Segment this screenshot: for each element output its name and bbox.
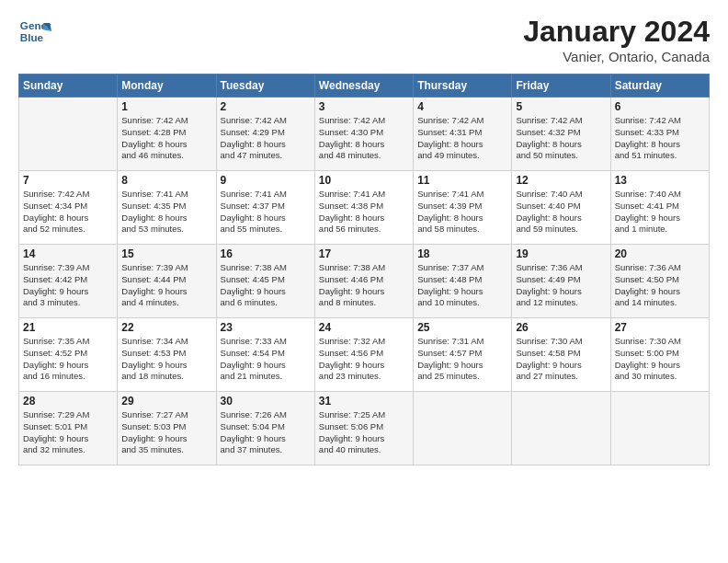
col-header-friday: Friday (512, 75, 610, 98)
day-info: Sunrise: 7:41 AM Sunset: 4:39 PM Dayligh… (417, 189, 507, 236)
calendar-cell: 23Sunrise: 7:33 AM Sunset: 4:54 PM Dayli… (216, 318, 314, 392)
day-info: Sunrise: 7:41 AM Sunset: 4:38 PM Dayligh… (319, 189, 409, 236)
calendar-cell: 12Sunrise: 7:40 AM Sunset: 4:40 PM Dayli… (512, 171, 610, 245)
day-info: Sunrise: 7:36 AM Sunset: 4:49 PM Dayligh… (516, 262, 606, 309)
day-info: Sunrise: 7:33 AM Sunset: 4:54 PM Dayligh… (221, 336, 311, 383)
day-info: Sunrise: 7:42 AM Sunset: 4:29 PM Dayligh… (221, 115, 311, 162)
col-header-sunday: Sunday (19, 75, 118, 98)
day-number: 25 (417, 321, 507, 334)
day-number: 13 (615, 174, 705, 187)
day-info: Sunrise: 7:42 AM Sunset: 4:28 PM Dayligh… (121, 115, 211, 162)
calendar-cell: 25Sunrise: 7:31 AM Sunset: 4:57 PM Dayli… (414, 318, 512, 392)
calendar-week-5: 28Sunrise: 7:29 AM Sunset: 5:01 PM Dayli… (19, 392, 710, 465)
calendar-cell (610, 392, 709, 465)
day-number: 28 (23, 395, 113, 408)
logo: General Blue (18, 15, 55, 48)
day-info: Sunrise: 7:32 AM Sunset: 4:56 PM Dayligh… (319, 336, 409, 383)
day-number: 2 (221, 100, 311, 113)
day-number: 7 (23, 174, 113, 187)
calendar-table: SundayMondayTuesdayWednesdayThursdayFrid… (18, 74, 710, 465)
day-info: Sunrise: 7:34 AM Sunset: 4:53 PM Dayligh… (121, 336, 211, 383)
calendar-cell: 7Sunrise: 7:42 AM Sunset: 4:34 PM Daylig… (19, 171, 118, 245)
day-info: Sunrise: 7:42 AM Sunset: 4:30 PM Dayligh… (319, 115, 409, 162)
day-info: Sunrise: 7:26 AM Sunset: 5:04 PM Dayligh… (221, 409, 311, 456)
calendar-cell: 24Sunrise: 7:32 AM Sunset: 4:56 PM Dayli… (314, 318, 413, 392)
day-info: Sunrise: 7:40 AM Sunset: 4:41 PM Dayligh… (615, 189, 705, 236)
day-number: 6 (615, 100, 705, 113)
day-info: Sunrise: 7:42 AM Sunset: 4:32 PM Dayligh… (516, 115, 606, 162)
day-number: 26 (516, 321, 606, 334)
day-info: Sunrise: 7:40 AM Sunset: 4:40 PM Dayligh… (516, 189, 606, 236)
calendar-cell: 5Sunrise: 7:42 AM Sunset: 4:32 PM Daylig… (512, 98, 610, 171)
day-number: 31 (319, 395, 409, 408)
calendar-week-1: 1Sunrise: 7:42 AM Sunset: 4:28 PM Daylig… (19, 98, 710, 171)
header-row: SundayMondayTuesdayWednesdayThursdayFrid… (19, 75, 710, 98)
day-info: Sunrise: 7:30 AM Sunset: 4:58 PM Dayligh… (516, 336, 606, 383)
day-info: Sunrise: 7:25 AM Sunset: 5:06 PM Dayligh… (319, 409, 409, 456)
day-number: 16 (221, 247, 311, 260)
logo-icon: General Blue (18, 15, 51, 48)
day-number: 14 (23, 247, 113, 260)
day-info: Sunrise: 7:36 AM Sunset: 4:50 PM Dayligh… (615, 262, 705, 309)
day-number: 12 (516, 174, 606, 187)
day-info: Sunrise: 7:35 AM Sunset: 4:52 PM Dayligh… (23, 336, 113, 383)
day-number: 30 (221, 395, 311, 408)
day-number: 10 (319, 174, 409, 187)
calendar-week-4: 21Sunrise: 7:35 AM Sunset: 4:52 PM Dayli… (19, 318, 710, 392)
day-number: 15 (121, 247, 211, 260)
day-info: Sunrise: 7:42 AM Sunset: 4:33 PM Dayligh… (615, 115, 705, 162)
day-number: 11 (417, 174, 507, 187)
calendar-cell: 11Sunrise: 7:41 AM Sunset: 4:39 PM Dayli… (414, 171, 512, 245)
calendar-cell: 30Sunrise: 7:26 AM Sunset: 5:04 PM Dayli… (216, 392, 314, 465)
day-info: Sunrise: 7:27 AM Sunset: 5:03 PM Dayligh… (121, 409, 211, 456)
day-info: Sunrise: 7:29 AM Sunset: 5:01 PM Dayligh… (23, 409, 113, 456)
day-info: Sunrise: 7:42 AM Sunset: 4:31 PM Dayligh… (417, 115, 507, 162)
day-number: 17 (319, 247, 409, 260)
page: General Blue January 2024 Vanier, Ontari… (0, 0, 728, 563)
day-info: Sunrise: 7:41 AM Sunset: 4:35 PM Dayligh… (121, 189, 211, 236)
day-number: 24 (319, 321, 409, 334)
calendar-cell (19, 98, 118, 171)
title-block: January 2024 Vanier, Ontario, Canada (523, 15, 710, 64)
location-title: Vanier, Ontario, Canada (523, 49, 710, 64)
day-info: Sunrise: 7:41 AM Sunset: 4:37 PM Dayligh… (221, 189, 311, 236)
calendar-cell: 28Sunrise: 7:29 AM Sunset: 5:01 PM Dayli… (19, 392, 118, 465)
calendar-cell: 22Sunrise: 7:34 AM Sunset: 4:53 PM Dayli… (118, 318, 216, 392)
svg-text:Blue: Blue (20, 31, 44, 43)
calendar-cell: 14Sunrise: 7:39 AM Sunset: 4:42 PM Dayli… (19, 245, 118, 318)
day-info: Sunrise: 7:39 AM Sunset: 4:42 PM Dayligh… (23, 262, 113, 309)
day-info: Sunrise: 7:37 AM Sunset: 4:48 PM Dayligh… (417, 262, 507, 309)
header: General Blue January 2024 Vanier, Ontari… (18, 15, 710, 64)
calendar-cell: 26Sunrise: 7:30 AM Sunset: 4:58 PM Dayli… (512, 318, 610, 392)
day-number: 9 (221, 174, 311, 187)
col-header-wednesday: Wednesday (314, 75, 413, 98)
calendar-cell: 2Sunrise: 7:42 AM Sunset: 4:29 PM Daylig… (216, 98, 314, 171)
calendar-cell: 18Sunrise: 7:37 AM Sunset: 4:48 PM Dayli… (414, 245, 512, 318)
calendar-cell: 13Sunrise: 7:40 AM Sunset: 4:41 PM Dayli… (610, 171, 709, 245)
calendar-cell: 31Sunrise: 7:25 AM Sunset: 5:06 PM Dayli… (314, 392, 413, 465)
calendar-cell: 21Sunrise: 7:35 AM Sunset: 4:52 PM Dayli… (19, 318, 118, 392)
day-number: 22 (121, 321, 211, 334)
calendar-cell: 1Sunrise: 7:42 AM Sunset: 4:28 PM Daylig… (118, 98, 216, 171)
day-info: Sunrise: 7:42 AM Sunset: 4:34 PM Dayligh… (23, 189, 113, 236)
calendar-cell: 29Sunrise: 7:27 AM Sunset: 5:03 PM Dayli… (118, 392, 216, 465)
day-number: 29 (121, 395, 211, 408)
calendar-cell: 10Sunrise: 7:41 AM Sunset: 4:38 PM Dayli… (314, 171, 413, 245)
calendar-cell: 27Sunrise: 7:30 AM Sunset: 5:00 PM Dayli… (610, 318, 709, 392)
calendar-cell: 9Sunrise: 7:41 AM Sunset: 4:37 PM Daylig… (216, 171, 314, 245)
day-number: 1 (121, 100, 211, 113)
calendar-week-3: 14Sunrise: 7:39 AM Sunset: 4:42 PM Dayli… (19, 245, 710, 318)
day-number: 3 (319, 100, 409, 113)
calendar-cell: 17Sunrise: 7:38 AM Sunset: 4:46 PM Dayli… (314, 245, 413, 318)
calendar-cell (414, 392, 512, 465)
day-number: 8 (121, 174, 211, 187)
day-number: 19 (516, 247, 606, 260)
day-info: Sunrise: 7:30 AM Sunset: 5:00 PM Dayligh… (615, 336, 705, 383)
col-header-saturday: Saturday (610, 75, 709, 98)
day-info: Sunrise: 7:39 AM Sunset: 4:44 PM Dayligh… (121, 262, 211, 309)
day-number: 23 (221, 321, 311, 334)
day-number: 27 (615, 321, 705, 334)
calendar-cell: 16Sunrise: 7:38 AM Sunset: 4:45 PM Dayli… (216, 245, 314, 318)
day-info: Sunrise: 7:38 AM Sunset: 4:45 PM Dayligh… (221, 262, 311, 309)
day-number: 20 (615, 247, 705, 260)
